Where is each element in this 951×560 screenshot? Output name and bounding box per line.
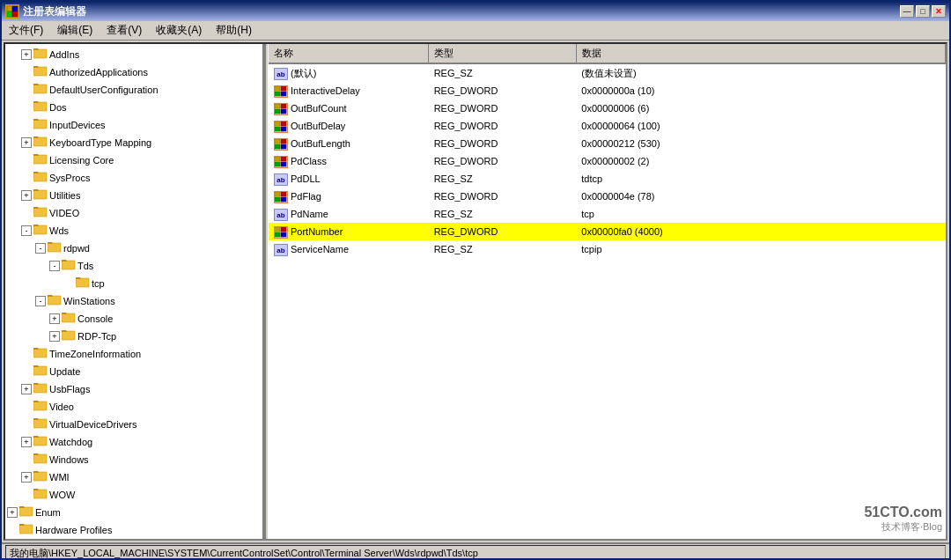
expand-rdpwd[interactable]: - <box>35 243 46 254</box>
reg-data-servicename: tcpip <box>576 240 945 258</box>
expand-winstations[interactable]: - <box>35 296 46 306</box>
svg-marker-46 <box>33 401 39 402</box>
tree-item-tds[interactable]: - Tds <box>7 257 261 275</box>
tree-item-keyboardtype[interactable]: + KeyboardType Mapping <box>7 134 261 151</box>
reg-type-pddll: REG_SZ <box>429 170 577 188</box>
tree-item-update[interactable]: Update <box>7 363 261 380</box>
registry-row-pdname[interactable]: abPdNameREG_SZtcp <box>269 205 946 223</box>
tree-label-wds: Wds <box>49 224 69 238</box>
folder-icon-videotree <box>33 399 48 415</box>
expand-tds[interactable]: - <box>49 261 60 271</box>
tree-item-rdpwd[interactable]: - rdpwd <box>7 239 261 257</box>
tree-panel[interactable]: + AddIns AuthorizedApplications <box>5 44 265 539</box>
tree-item-dos[interactable]: Dos <box>7 99 261 116</box>
registry-row-outbufcount[interactable]: OutBufCountREG_DWORD0x00000006 (6) <box>269 99 946 117</box>
expand-keyboardtype[interactable]: + <box>21 137 32 148</box>
registry-row-interactivedelay[interactable]: InteractiveDelayREG_DWORD0x0000000a (10) <box>269 82 946 99</box>
menu-edit[interactable]: 编辑(E) <box>50 21 100 40</box>
expand-utilities[interactable]: + <box>21 190 32 201</box>
tree-item-wmi[interactable]: + WMI <box>7 468 261 486</box>
tree-item-wds[interactable]: - Wds <box>7 222 261 239</box>
svg-rect-23 <box>33 208 47 217</box>
expand-rdftcp[interactable]: + <box>49 331 60 342</box>
tree-item-hwprofiles[interactable]: Hardware Profiles <box>7 521 261 539</box>
tree-item-winstations[interactable]: - WinStations <box>7 292 261 310</box>
expand-wds[interactable]: - <box>21 225 32 236</box>
tree-item-virtualdevice[interactable]: VirtualDeviceDrivers <box>7 416 261 433</box>
svg-rect-73 <box>275 86 280 91</box>
registry-row-pddll[interactable]: abPdDLLREG_SZtdtcp <box>269 170 946 188</box>
expand-console[interactable]: + <box>49 313 60 324</box>
maximize-button[interactable]: □ <box>916 5 930 18</box>
menu-file[interactable]: 文件(F) <box>2 21 50 40</box>
registry-row-servicename[interactable]: abServiceNameREG_SZtcpip <box>269 240 946 258</box>
tree-label-sysprocs: SysProcs <box>49 171 90 185</box>
app-icon <box>5 4 19 18</box>
tree-item-watchdog[interactable]: + Watchdog <box>7 433 261 451</box>
reg-data-pddll: tdtcp <box>576 170 945 188</box>
menu-help[interactable]: 帮助(H) <box>209 21 259 40</box>
folder-icon-rdpwd <box>48 240 62 256</box>
reg-name-text-portnumber: PortNumber <box>291 226 343 237</box>
expand-watchdog[interactable]: + <box>21 437 32 447</box>
status-path: 我的电脑\HKEY_LOCAL_MACHINE\SYSTEM\CurrentCo… <box>5 545 946 561</box>
reg-name-default: ab(默认) <box>269 63 429 82</box>
ab-icon: ab <box>274 173 288 186</box>
folder-icon-tds <box>62 258 76 274</box>
tree-label-videotree: Video <box>49 400 74 414</box>
tree-item-sysprocs[interactable]: SysProcs <box>7 169 261 187</box>
tree-item-console[interactable]: + Console <box>7 310 261 328</box>
reg-name-pddll: abPdDLL <box>269 170 429 188</box>
registry-row-outbuflength[interactable]: OutBufLengthREG_DWORD0x00000212 (530) <box>269 135 946 152</box>
tree-item-addins[interactable]: + AddIns <box>7 46 261 63</box>
svg-rect-98 <box>281 227 286 232</box>
expand-placeholder-tcp <box>63 278 74 289</box>
close-button[interactable]: ✕ <box>932 5 946 18</box>
col-type[interactable]: 类型 <box>429 44 577 63</box>
svg-marker-30 <box>62 260 67 262</box>
expand-addins[interactable]: + <box>21 49 32 60</box>
window-controls[interactable]: — □ ✕ <box>900 5 946 18</box>
expand-usbflags[interactable]: + <box>21 384 32 394</box>
col-name[interactable]: 名称 <box>269 44 429 63</box>
expand-placeholder-videotree <box>21 402 32 412</box>
col-data[interactable]: 数据 <box>576 44 945 63</box>
svg-rect-95 <box>275 197 280 202</box>
tree-item-enum[interactable]: + Enum <box>7 504 261 521</box>
svg-rect-41 <box>33 366 47 375</box>
tree-item-rdftcp[interactable]: + RDP-Tcp <box>7 328 261 345</box>
minimize-button[interactable]: — <box>900 5 914 18</box>
expand-enum[interactable]: + <box>7 507 18 518</box>
reg-name-portnumber: PortNumber <box>269 223 429 240</box>
registry-row-outbufdelay[interactable]: OutBufDelayREG_DWORD0x00000064 (100) <box>269 117 946 135</box>
tree-item-videotree[interactable]: Video <box>7 398 261 416</box>
menu-view[interactable]: 查看(V) <box>100 21 149 40</box>
reg-type-default: REG_SZ <box>429 63 577 82</box>
window-title: 注册表编辑器 <box>23 4 86 19</box>
folder-icon-defaultuser <box>33 82 48 98</box>
svg-rect-43 <box>33 384 47 393</box>
expand-wmi[interactable]: + <box>21 472 32 483</box>
svg-marker-42 <box>33 365 39 367</box>
menu-favorites[interactable]: 收藏夹(A) <box>149 21 209 40</box>
reg-type-portnumber: REG_DWORD <box>429 223 577 240</box>
reg-data-pdname: tcp <box>576 205 945 223</box>
tree-item-defaultuser[interactable]: DefaultUserConfiguration <box>7 81 261 99</box>
tree-item-authorized[interactable]: AuthorizedApplications <box>7 63 261 81</box>
registry-row-portnumber[interactable]: PortNumberREG_DWORD0x00000fa0 (4000) <box>269 223 946 240</box>
registry-row-pdclass[interactable]: PdClassREG_DWORD0x00000002 (2) <box>269 152 946 170</box>
tree-item-inputdevices[interactable]: InputDevices <box>7 116 261 134</box>
tree-item-usbflags[interactable]: + UsbFlags <box>7 380 261 398</box>
tree-item-windows[interactable]: Windows <box>7 451 261 468</box>
tree-item-timezone[interactable]: TimeZoneInformation <box>7 345 261 363</box>
registry-row-default[interactable]: ab(默认)REG_SZ(数值未设置) <box>269 63 946 82</box>
tree-item-video[interactable]: VIDEO <box>7 204 261 222</box>
tree-item-wow[interactable]: WOW <box>7 486 261 504</box>
dword-icon <box>274 156 288 168</box>
tree-item-licensing[interactable]: Licensing Core <box>7 151 261 169</box>
tree-item-utilities[interactable]: + Utilities <box>7 187 261 204</box>
svg-rect-84 <box>281 127 286 131</box>
folder-icon-hwprofiles <box>19 522 33 538</box>
registry-row-pdflag[interactable]: PdFlagREG_DWORD0x0000004e (78) <box>269 188 946 205</box>
tree-item-tcp[interactable]: tcp <box>7 275 261 292</box>
